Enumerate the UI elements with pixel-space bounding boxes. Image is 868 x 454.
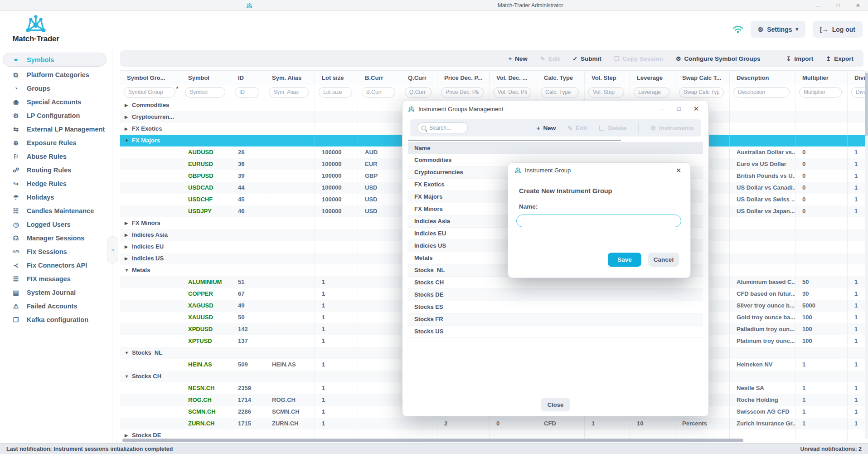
window-close-icon[interactable]: ✕ (848, 0, 868, 11)
sidebar-item-abuse-rules[interactable]: ⚐Abuse Rules (0, 150, 112, 163)
column-header-1[interactable]: Symbol (181, 71, 231, 85)
instrument-group-row[interactable]: Stocks ES (408, 301, 703, 313)
sidebar-item-hedge-rules[interactable]: ↪Hedge Rules (0, 177, 112, 190)
sort-asc-icon[interactable]: ▲ (175, 85, 179, 89)
instrument-group-row[interactable]: Stocks DE (408, 289, 703, 301)
sidebar-item-logged-users[interactable]: ◷Logged Users (0, 218, 112, 231)
modal-edit-button[interactable]: ✎ Edit (567, 125, 587, 132)
modal-delete-button[interactable]: Delete (599, 125, 627, 132)
column-header-4[interactable]: Lot size (315, 71, 358, 85)
expand-icon[interactable]: ▶ (125, 217, 132, 229)
settings-button[interactable]: ⚙ Settings ▾ (751, 21, 805, 38)
sidebar-item-system-journal[interactable]: ▤System Journal (0, 286, 112, 299)
filter-input-11[interactable] (634, 87, 669, 98)
vertical-scrollbar[interactable] (865, 73, 868, 136)
collapse-icon[interactable]: ▼ (125, 371, 132, 382)
instrument-group-row[interactable]: Stocks FR (408, 313, 703, 326)
group-search-input[interactable]: Search... (417, 122, 468, 133)
filter-input-0[interactable] (124, 87, 175, 98)
modal-maximize-icon[interactable]: □ (671, 102, 687, 116)
modal-new-button[interactable]: + New (537, 125, 556, 132)
filter-input-8[interactable] (493, 87, 531, 98)
dialog-close-icon[interactable]: ✕ (673, 166, 684, 175)
column-header-9[interactable]: Calc. Type (537, 71, 585, 85)
sidebar-item-exposure-rules[interactable]: ⊕Exposure Rules (0, 136, 112, 150)
filter-input-5[interactable] (362, 87, 395, 98)
column-header-7[interactable]: Price Dec. P... (437, 71, 490, 85)
sidebar-item-kafka-configuration[interactable]: ❐Kafka configuration (0, 313, 112, 327)
sidebar-item-groups[interactable]: ◔Groups (0, 82, 112, 95)
sidebar-collapse-handle[interactable]: ‹› (107, 236, 118, 264)
filter-input-4[interactable] (319, 87, 352, 98)
group-name-input[interactable] (516, 215, 681, 227)
filter-input-12[interactable] (679, 87, 724, 98)
sidebar-item-symbols[interactable]: ⚭Symbols (3, 53, 107, 67)
list-scrollbar[interactable] (408, 140, 621, 141)
cell (848, 123, 865, 135)
collapse-icon[interactable]: ▼ (125, 135, 132, 146)
expand-icon[interactable]: ▶ (125, 229, 132, 241)
modal-minimize-icon[interactable]: — (654, 102, 669, 116)
column-header-14[interactable]: Multiplier (795, 71, 848, 85)
sidebar-item-candles-maintenance[interactable]: ☵Candles Maintenance (0, 204, 112, 218)
sidebar-item-fix-connectors-api[interactable]: ≺Fix Connectors API (0, 259, 112, 272)
horizontal-scrollbar[interactable] (122, 439, 743, 442)
column-header-10[interactable]: Vol. Step (585, 71, 630, 85)
filter-input-9[interactable] (541, 87, 579, 98)
submit-button[interactable]: ✓ Submit (572, 55, 601, 62)
window-maximize-icon[interactable]: □ (828, 0, 848, 11)
configure-symbol-groups-button[interactable]: ⚙ Configure Symbol Groups (676, 55, 761, 62)
sidebar-item-fix-sessions[interactable]: APIFix Sessions (0, 245, 112, 259)
filter-input-1[interactable] (185, 87, 225, 98)
edit-button[interactable]: ✎ Edit (540, 55, 560, 62)
expand-icon[interactable]: ▶ (125, 123, 132, 135)
sidebar-item-external-lp-management[interactable]: ⇆External LP Management (0, 122, 112, 136)
filter-input-10[interactable] (588, 87, 624, 98)
modal-close-button[interactable]: Close (541, 398, 570, 411)
instrument-group-row[interactable]: Stocks CH (408, 277, 703, 289)
column-header-3[interactable]: Sym. Alias (265, 71, 315, 85)
modal-close-icon[interactable]: ✕ (689, 102, 704, 116)
filter-input-14[interactable] (799, 87, 842, 98)
import-button[interactable]: ↧ Import (786, 55, 813, 62)
column-header-11[interactable]: Leverage (630, 71, 675, 85)
cancel-button[interactable]: Cancel (648, 253, 679, 267)
modal-instruments-button[interactable]: ⚙ Instruments (650, 125, 694, 132)
export-button[interactable]: ↥ Export (826, 55, 853, 62)
column-header-15[interactable]: Divid... (848, 71, 865, 85)
expand-icon[interactable]: ▶ (125, 111, 132, 123)
symbol-row[interactable]: ZURN.CH1715ZURN.CH120CFD110PercentsZuric… (120, 418, 865, 430)
logout-button[interactable]: [→ Log out (813, 21, 863, 38)
expand-icon[interactable]: ▶ (125, 241, 132, 253)
sidebar-item-failed-accounts[interactable]: ⚠Failed Accounts (0, 299, 112, 313)
column-header-2[interactable]: ID (231, 71, 265, 85)
sidebar-item-platform-categories[interactable]: ⧉Platform Categories (0, 68, 112, 82)
copy-session-button[interactable]: ❐ Copy Session (614, 55, 663, 62)
sidebar-item-manager-sessions[interactable]: ☊Manager Sessions (0, 231, 112, 245)
filter-input-15[interactable] (851, 87, 865, 98)
instrument-group-row[interactable]: Stocks US (408, 326, 703, 338)
column-header-0[interactable]: Symbol Gro... (120, 71, 181, 85)
expand-icon[interactable]: ▶ (125, 253, 132, 264)
expand-icon[interactable]: ▶ (125, 99, 132, 111)
save-button[interactable]: Save (608, 253, 641, 267)
collapse-icon[interactable]: ▼ (125, 347, 132, 359)
window-minimize-icon[interactable]: — (808, 0, 828, 11)
filter-input-6[interactable] (405, 87, 432, 98)
new-button[interactable]: + New (508, 55, 527, 62)
column-header-12[interactable]: Swap Calc T... (675, 71, 730, 85)
column-header-8[interactable]: Vol. Dec. ... (490, 71, 537, 85)
filter-input-3[interactable] (269, 87, 309, 98)
sidebar-item-lp-configuration[interactable]: ⚙LP Configuration (0, 109, 112, 122)
column-header-13[interactable]: Description (730, 71, 795, 85)
filter-input-13[interactable] (733, 87, 790, 98)
collapse-icon[interactable]: ▼ (125, 264, 132, 276)
column-header-5[interactable]: B.Curr (358, 71, 401, 85)
sidebar-item-special-accounts[interactable]: ◉Special Accounts (0, 95, 112, 109)
column-header-6[interactable]: Q.Curr (401, 71, 437, 85)
sidebar-item-routing-rules[interactable]: ☍Routing Rules (0, 163, 112, 177)
sidebar-item-holidays[interactable]: ☂Holidays (0, 190, 112, 204)
filter-input-7[interactable] (441, 87, 484, 98)
sidebar-item-fix-messages[interactable]: ☰FIX messages (0, 272, 112, 286)
filter-input-2[interactable] (235, 87, 259, 98)
